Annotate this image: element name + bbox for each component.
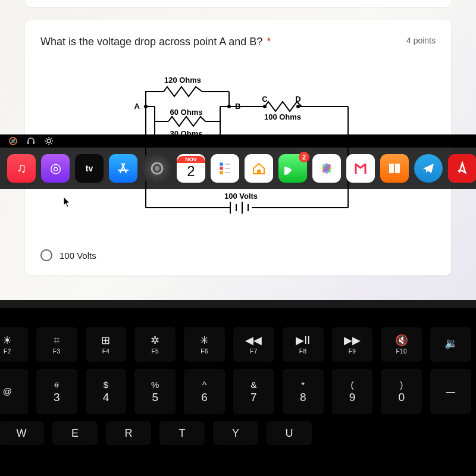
svg-line-21 xyxy=(46,143,47,144)
key-2[interactable]: @ xyxy=(0,369,28,414)
key-8[interactable]: *8 xyxy=(283,369,324,414)
points-label: 4 points xyxy=(406,36,436,45)
question-text: What is the voltage drop across point A … xyxy=(40,36,271,48)
svg-point-6 xyxy=(227,105,231,108)
svg-rect-13 xyxy=(33,142,35,144)
key-f2[interactable]: ☀F2 xyxy=(0,327,28,362)
dock-photos-icon[interactable] xyxy=(312,154,341,183)
key-r[interactable]: R xyxy=(106,421,151,445)
svg-point-14 xyxy=(47,139,51,143)
macos-dock: ♫ ◎ tv NOV 2 2 xyxy=(0,148,476,189)
monitor-screen: What is the voltage drop across point A … xyxy=(0,0,476,300)
key-9[interactable]: (9 xyxy=(332,369,373,414)
dock-telegram-icon[interactable] xyxy=(414,154,443,183)
resistor-60-label: 60 Ohms xyxy=(170,108,203,117)
svg-rect-34 xyxy=(257,170,261,174)
dock-news-icon[interactable] xyxy=(346,154,375,183)
source-label: 100 Volts xyxy=(224,192,258,201)
key-f5[interactable]: ✲F5 xyxy=(134,327,176,362)
svg-point-29 xyxy=(220,167,223,170)
key-7[interactable]: &7 xyxy=(233,369,274,414)
key-6[interactable]: ^6 xyxy=(184,369,225,414)
dock-appletv-icon[interactable]: tv xyxy=(75,154,104,183)
previous-card-edge xyxy=(25,0,451,7)
dock-appstore-icon[interactable] xyxy=(109,154,137,183)
svg-point-28 xyxy=(220,162,223,166)
key-f8[interactable]: ▶IIF8 xyxy=(283,327,324,362)
dock-settings-icon[interactable] xyxy=(143,154,171,183)
calendar-month: NOV xyxy=(177,156,205,163)
dock-calendar-icon[interactable]: NOV 2 xyxy=(177,154,205,183)
radio-unchecked-icon[interactable] xyxy=(40,249,52,261)
svg-rect-12 xyxy=(27,142,29,144)
svg-line-22 xyxy=(51,138,52,139)
key-e[interactable]: E xyxy=(52,421,98,445)
node-b-label: B xyxy=(235,102,240,111)
key-f9[interactable]: ▶▶F9 xyxy=(332,327,373,362)
headphones-icon xyxy=(26,136,36,146)
key-f4[interactable]: ⊞F4 xyxy=(86,327,127,362)
svg-point-8 xyxy=(296,105,300,108)
calendar-day: 2 xyxy=(187,163,195,180)
svg-point-5 xyxy=(144,105,148,108)
key-f7[interactable]: ◀◀F7 xyxy=(233,327,274,362)
plugin-blocked-icon xyxy=(8,136,18,146)
resistor-120-label: 120 Ohms xyxy=(164,76,201,84)
svg-line-19 xyxy=(46,138,47,139)
menubar xyxy=(0,134,476,148)
node-c-label: C xyxy=(262,95,268,104)
key-4[interactable]: $4 xyxy=(86,369,127,414)
resistor-100-label: 100 Ohms xyxy=(264,112,301,121)
dock-acrobat-icon[interactable] xyxy=(448,154,476,183)
gear-icon xyxy=(44,136,54,146)
key-3[interactable]: #3 xyxy=(36,369,77,414)
dock-podcasts-icon[interactable]: ◎ xyxy=(41,154,70,183)
question-header: What is the voltage drop across point A … xyxy=(40,36,436,48)
dock-home-icon[interactable] xyxy=(245,154,273,183)
node-d-label: D xyxy=(295,95,300,104)
number-key-row: @ #3 $4 %5 ^6 &7 *8 (9 )0 — xyxy=(0,369,471,414)
key-t[interactable]: T xyxy=(159,421,205,445)
dock-books-icon[interactable] xyxy=(380,154,409,183)
svg-point-30 xyxy=(220,171,223,174)
key-y[interactable]: Y xyxy=(213,421,258,445)
mouse-cursor-icon xyxy=(63,196,71,208)
required-asterisk: * xyxy=(267,36,271,48)
key-f10[interactable]: 🔇F10 xyxy=(381,327,422,362)
node-a-label: A xyxy=(134,102,140,111)
key-u[interactable]: U xyxy=(267,421,312,445)
keyboard: ☀F2 ⌗F3 ⊞F4 ✲F5 ✳F6 ◀◀F7 ▶IIF8 ▶▶F9 🔇F10… xyxy=(0,327,476,476)
laptop-body: ☀F2 ⌗F3 ⊞F4 ✲F5 ✳F6 ◀◀F7 ▶IIF8 ▶▶F9 🔇F10… xyxy=(0,300,476,476)
key-w[interactable]: W xyxy=(0,421,44,445)
question-prompt: What is the voltage drop across point A … xyxy=(40,36,262,48)
dock-reminders-icon[interactable] xyxy=(211,154,239,183)
function-key-row: ☀F2 ⌗F3 ⊞F4 ✲F5 ✳F6 ◀◀F7 ▶IIF8 ▶▶F9 🔇F10… xyxy=(0,327,471,362)
letter-key-row: W E R T Y U xyxy=(0,421,471,445)
key-f6[interactable]: ✳F6 xyxy=(184,327,225,362)
dock-music-icon[interactable]: ♫ xyxy=(7,154,36,183)
svg-line-20 xyxy=(51,143,52,144)
svg-point-7 xyxy=(263,105,267,108)
answer-option[interactable]: 100 Volts xyxy=(40,247,436,264)
option-label: 100 Volts xyxy=(60,250,96,261)
svg-rect-11 xyxy=(11,139,15,143)
key-f11[interactable]: 🔉 xyxy=(430,327,471,362)
key-0[interactable]: )0 xyxy=(381,369,422,414)
key-dash[interactable]: — xyxy=(430,369,471,414)
key-f3[interactable]: ⌗F3 xyxy=(36,327,77,362)
dock-messages-icon[interactable]: 2 xyxy=(278,154,307,183)
messages-badge: 2 xyxy=(299,152,309,162)
key-5[interactable]: %5 xyxy=(134,369,176,414)
svg-point-27 xyxy=(155,166,159,171)
